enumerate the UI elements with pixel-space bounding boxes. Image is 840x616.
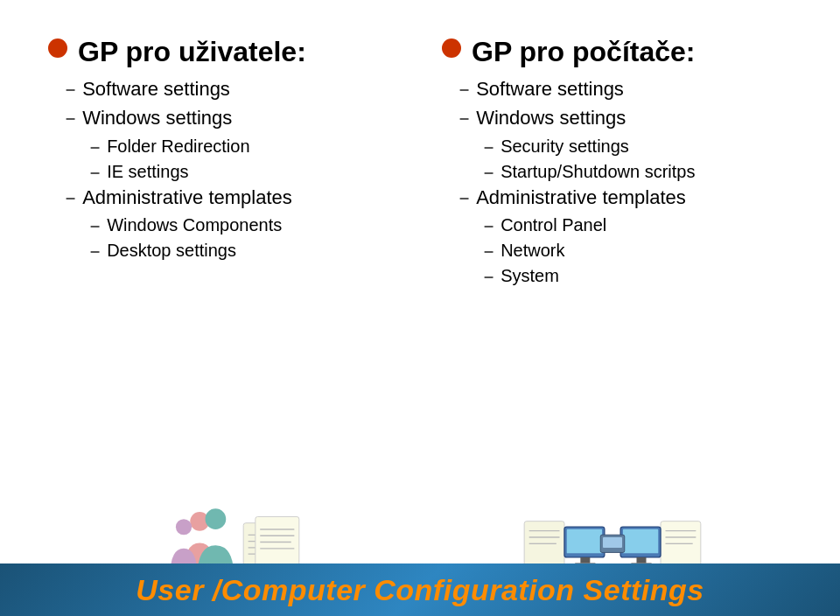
list-item: – Administrative templates [459,186,792,211]
item-label: Windows settings [82,106,232,131]
list-item: – Software settings [66,77,398,102]
dash-icon: – [66,108,75,128]
left-list: – Software settings – Windows settings –… [66,77,398,262]
sub-list: – Control Panel – Network – System [484,214,792,287]
sub-item-label: Startup/Shutdown scritps [500,160,695,183]
dash-icon: – [459,79,469,99]
list-item: – Windows settings [459,106,792,131]
sub-item-label: Control Panel [500,214,606,236]
right-header: GP pro počítače: [442,35,792,68]
dash-icon: – [484,136,494,157]
sub-item: – System [484,264,792,287]
sub-item: – Desktop settings [90,239,398,262]
sub-item-label: Desktop settings [107,239,236,262]
footer-text: User /Computer Configuration Settings [136,573,704,607]
right-header-text: GP pro počítače: [472,35,695,68]
left-header: GP pro uživatele: [48,35,398,68]
dash-icon: – [484,266,494,286]
sub-item-label: Network [500,239,564,262]
dash-icon: – [484,215,494,235]
right-bullet [442,38,461,58]
svg-point-12 [206,508,227,529]
main-content: GP pro uživatele: – Software settings – … [0,0,840,490]
item-label: Software settings [476,77,624,102]
right-column: GP pro počítače: – Software settings – W… [429,26,805,481]
item-label: Administrative templates [82,186,292,211]
left-header-text: GP pro uživatele: [78,35,306,68]
sub-item-label: System [500,264,559,287]
item-label: Administrative templates [476,186,686,211]
dash-icon: – [459,108,469,128]
sub-list: – Security settings – Startup/Shutdown s… [484,135,792,183]
sub-item-label: IE settings [107,160,188,183]
sub-item: – Security settings [484,135,792,158]
sub-list: – Windows Components – Desktop settings [90,214,398,262]
sub-item: – Windows Components [90,214,398,236]
left-bullet [48,38,67,58]
dash-icon: – [484,162,494,182]
item-label: Windows settings [476,106,626,131]
right-list: – Software settings – Windows settings –… [459,77,792,287]
dash-icon: – [459,187,469,207]
dash-icon: – [66,187,75,207]
dash-icon: – [90,215,100,235]
left-column: GP pro uživatele: – Software settings – … [35,26,411,481]
list-item: – Software settings [459,77,792,102]
sub-list: – Folder Redirection – IE settings [90,135,398,183]
sub-item: – IE settings [90,160,398,183]
svg-rect-24 [567,529,602,554]
svg-rect-33 [603,537,622,548]
footer-bar: User /Computer Configuration Settings [0,564,840,616]
sub-item: – Startup/Shutdown scritps [484,160,792,183]
svg-rect-28 [623,529,658,554]
dash-icon: – [90,136,100,157]
sub-item-label: Security settings [500,135,629,158]
item-label: Software settings [82,77,230,102]
dash-icon: – [484,241,494,261]
list-item: – Administrative templates [66,186,398,211]
sub-item-label: Windows Components [107,214,282,236]
sub-item: – Folder Redirection [90,135,398,158]
list-item: – Windows settings [66,106,398,131]
dash-icon: – [90,241,100,261]
dash-icon: – [66,79,75,99]
sub-item: – Control Panel [484,214,792,236]
dash-icon: – [90,162,100,182]
sub-item: – Network [484,239,792,262]
sub-item-label: Folder Redirection [107,135,249,158]
svg-point-13 [176,519,192,535]
